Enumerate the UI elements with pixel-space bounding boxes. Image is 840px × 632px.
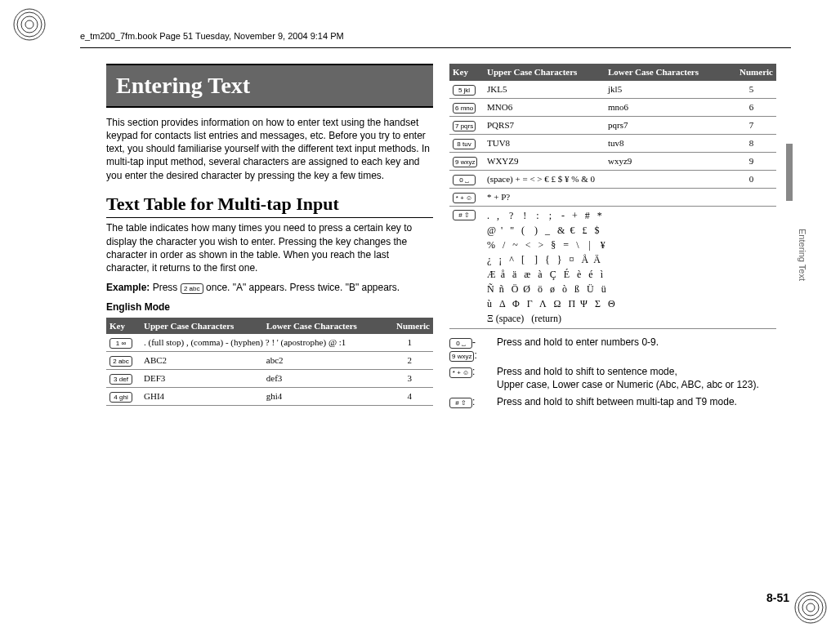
table-row: # ⇧ . , ? ! : ; - + # * @ ' " ( ) _ & € … <box>449 206 776 329</box>
key-hash-icon: # ⇧ <box>453 210 476 220</box>
th-upper: Upper Case Characters <box>484 64 605 81</box>
key-0-icon: 0 ⎵ <box>449 338 472 349</box>
cell-upper: * + P? <box>484 188 726 206</box>
note-sep: - <box>472 336 476 348</box>
pdf-header-line: e_tm200_7fm.book Page 51 Tuesday, Novemb… <box>80 31 344 41</box>
key-2abc-icon: 2 abc <box>181 283 203 294</box>
cell-upper: WXYZ9 <box>484 152 605 170</box>
example-paragraph: Example: Press 2 abc once. "A" appears. … <box>106 281 433 294</box>
table-row: 3 defDEF3def33 <box>106 370 433 388</box>
th-numeric: Numeric <box>386 318 433 335</box>
note-text: Press and hold to shift between multi-ta… <box>497 395 776 408</box>
cell-lower: mno6 <box>605 98 726 116</box>
cell-upper: JKL5 <box>484 81 605 99</box>
key-icon: 4 ghi <box>109 392 132 403</box>
symbol-grid: . , ? ! : ; - + # * @ ' " ( ) _ & € £ $ … <box>487 208 773 326</box>
table-row: * + ☺* + P? <box>449 188 776 206</box>
svg-point-1 <box>21 16 38 33</box>
key-table-right: Key Upper Case Characters Lower Case Cha… <box>449 64 776 207</box>
cell-numeric: 8 <box>726 134 776 152</box>
table-row: 1 ∞. (full stop) , (comma) - (hyphen) ? … <box>106 334 433 352</box>
th-lower: Lower Case Characters <box>605 64 726 81</box>
cell-upper: GHI4 <box>141 388 263 406</box>
cell-numeric: 9 <box>726 152 776 170</box>
table-row: 8 tuvTUV8tuv88 <box>449 134 776 152</box>
cell-upper: . (full stop) , (comma) - (hyphen) ? ! '… <box>141 334 386 352</box>
key-table-left: Key Upper Case Characters Lower Case Cha… <box>106 318 433 407</box>
corner-ornament-icon <box>794 591 827 624</box>
key-table-hash: # ⇧ . , ? ! : ; - + # * @ ' " ( ) _ & € … <box>449 206 776 329</box>
intro-paragraph: This section provides information on how… <box>106 116 433 182</box>
key-icon: 0 ⎵ <box>453 175 476 185</box>
table-row: 7 pqrsPQRS7pqrs77 <box>449 116 776 134</box>
table-row: 5 jklJKL5jkl55 <box>449 81 776 99</box>
table-row: 6 mnoMNO6mno66 <box>449 98 776 116</box>
svg-point-5 <box>802 599 819 616</box>
key-star-icon: * + ☺ <box>449 367 472 378</box>
cell-upper: DEF3 <box>141 370 263 388</box>
th-key: Key <box>449 64 484 81</box>
cell-lower: wxyz9 <box>605 152 726 170</box>
cell-lower: abc2 <box>263 352 386 370</box>
cell-upper: TUV8 <box>484 134 605 152</box>
cell-upper: (space) + = < > € £ $ ¥ % & 0 <box>484 170 726 188</box>
cell-numeric: 4 <box>386 388 433 406</box>
note-line: Upper case, Lower case or Numeric (Abc, … <box>497 378 776 391</box>
cell-numeric: 6 <box>726 98 776 116</box>
th-upper: Upper Case Characters <box>141 318 263 335</box>
th-lower: Lower Case Characters <box>263 318 386 335</box>
svg-point-0 <box>25 20 34 29</box>
table-row: 9 wxyzWXYZ9wxyz99 <box>449 152 776 170</box>
svg-point-3 <box>14 9 45 40</box>
example-label: Example: <box>106 282 150 293</box>
cell-numeric: 5 <box>726 81 776 99</box>
table-row: 0 ⎵(space) + = < > € £ $ ¥ % & 00 <box>449 170 776 188</box>
svg-point-4 <box>806 603 815 612</box>
key-icon: 2 abc <box>109 356 132 367</box>
cell-numeric <box>726 188 776 206</box>
th-key: Key <box>106 318 141 335</box>
section-paragraph: The table indicates how many times you n… <box>106 221 433 274</box>
cell-numeric: 2 <box>386 352 433 370</box>
cell-lower: ghi4 <box>263 388 386 406</box>
corner-ornament-icon <box>13 8 46 41</box>
cell-numeric: 0 <box>726 170 776 188</box>
page-number: 8-51 <box>766 591 789 604</box>
note-text: Press and hold to enter numbers 0-9. <box>497 336 776 362</box>
cell-upper: MNO6 <box>484 98 605 116</box>
cell-numeric: 3 <box>386 370 433 388</box>
example-tail: once. "A" appears. Press twice. "B" appe… <box>203 282 400 293</box>
cell-upper: ABC2 <box>141 352 263 370</box>
key-icon: 5 jkl <box>453 85 476 96</box>
cell-numeric: 1 <box>386 334 433 352</box>
section-heading: Text Table for Multi-tap Input <box>106 192 433 219</box>
key-icon: 9 wxyz <box>453 157 477 167</box>
th-numeric: Numeric <box>726 64 776 81</box>
note-row: # ⇧: Press and hold to shift between mul… <box>449 395 776 408</box>
cell-lower: jkl5 <box>605 81 726 99</box>
key-icon: 6 mno <box>453 103 476 113</box>
note-line: Press and hold to shift to sentence mode… <box>497 365 776 378</box>
notes-block: 0 ⎵-9 wxyz: Press and hold to enter numb… <box>449 336 776 408</box>
right-column: Key Upper Case Characters Lower Case Cha… <box>449 64 776 412</box>
cell-lower: tuv8 <box>605 134 726 152</box>
key-icon: * + ☺ <box>453 193 476 203</box>
cell-numeric: 7 <box>726 116 776 134</box>
table-row: 2 abcABC2abc22 <box>106 352 433 370</box>
key-hash-icon: # ⇧ <box>449 398 472 408</box>
svg-point-7 <box>795 592 826 623</box>
key-9-icon: 9 wxyz <box>449 351 474 362</box>
key-icon: 3 def <box>109 374 132 385</box>
key-icon: 1 ∞ <box>109 338 132 349</box>
table-row: 4 ghiGHI4ghi44 <box>106 388 433 406</box>
key-icon: 7 pqrs <box>453 121 476 131</box>
page-rule <box>80 47 791 48</box>
note-row: 0 ⎵-9 wxyz: Press and hold to enter numb… <box>449 336 776 362</box>
note-row: * + ☺: Press and hold to shift to senten… <box>449 365 776 391</box>
cell-upper: PQRS7 <box>484 116 605 134</box>
left-column: Entering Text This section provides info… <box>106 64 433 412</box>
example-text: Press <box>150 282 180 293</box>
cell-lower: def3 <box>263 370 386 388</box>
key-icon: 8 tuv <box>453 139 476 149</box>
cell-lower: pqrs7 <box>605 116 726 134</box>
